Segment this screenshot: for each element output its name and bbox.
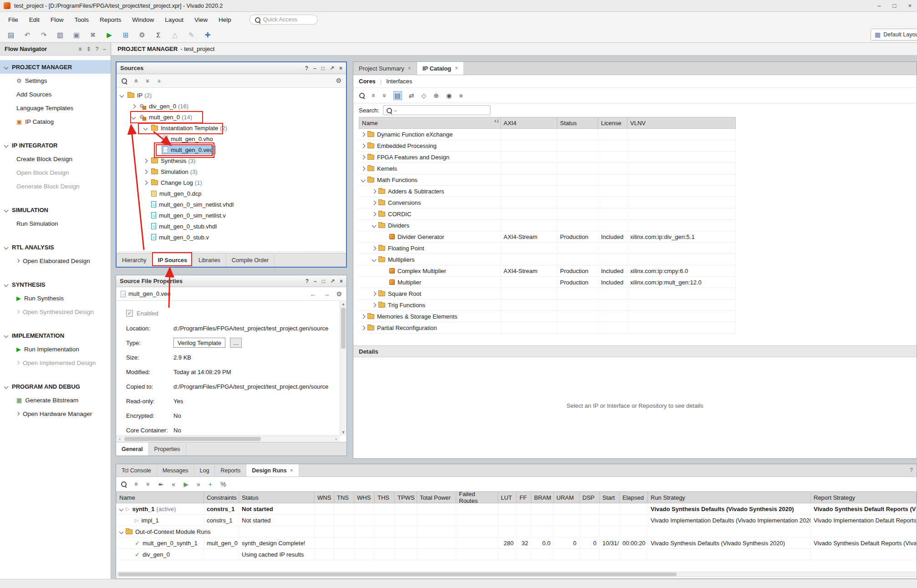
chevron-right-icon[interactable] (16, 310, 20, 314)
add-repository-icon[interactable]: ⊕ (433, 92, 439, 99)
column-header-license[interactable]: License (598, 117, 627, 129)
maximize-icon[interactable]: ↗ (330, 65, 334, 71)
flownav-item-settings[interactable]: ⚙Settings (0, 74, 111, 87)
chevron-right-icon[interactable] (372, 246, 377, 250)
probe-icon[interactable]: ✚ (201, 29, 214, 41)
run-row-div-gen-0[interactable]: ✓div_gen_0Using cached IP results (116, 549, 917, 560)
catalog-row-kernels[interactable]: Kernels (359, 163, 736, 174)
flownav-section-implementation[interactable]: IMPLEMENTATION (0, 329, 111, 342)
catalog-row-divider-generator[interactable]: Divider GeneratorAXI4-StreamProductionIn… (359, 231, 736, 243)
bottom-tab-log[interactable]: Log (194, 464, 215, 476)
column-header-failed-routes[interactable]: Failed Routes (456, 492, 498, 503)
chevron-right-icon[interactable] (16, 361, 20, 365)
menu-layout[interactable]: Layout (159, 14, 189, 25)
settings-gear-icon[interactable]: ⚙ (136, 29, 148, 41)
chevron-down-icon[interactable] (361, 177, 366, 182)
column-header-axi4[interactable]: AXI4 (501, 117, 557, 129)
menu-flow[interactable]: Flow (45, 14, 69, 25)
scroll-right-icon[interactable]: › (332, 436, 340, 442)
column-header-uram[interactable]: URAM (554, 492, 580, 503)
catalog-row-math-functions[interactable]: Math Functions (359, 174, 736, 186)
chevron-right-icon[interactable] (361, 314, 366, 319)
sources-tab-libraries[interactable]: Libraries (193, 253, 226, 267)
catalog-row-complex-multiplier[interactable]: Complex MultiplierAXI4-StreamProductionI… (359, 265, 736, 277)
float-icon[interactable]: □ (322, 278, 325, 284)
collapse-all-icon[interactable]: « (133, 79, 140, 83)
catalog-row-memories-storage-elements[interactable]: Memories & Storage Elements (359, 311, 736, 322)
chevron-down-icon[interactable] (4, 333, 9, 338)
create-runs-icon[interactable]: + (209, 481, 212, 487)
layout-selector-button[interactable]: ▦ Default Layou (871, 29, 917, 41)
column-header-ths[interactable]: THS (375, 492, 395, 503)
stop-icon[interactable]: ■ (459, 92, 463, 99)
chevron-down-icon[interactable] (4, 65, 9, 69)
run-row-out-of-context-module-runs[interactable]: Out-of-Context Module Runs (116, 526, 917, 537)
flownav-section-ip-integrator[interactable]: IP INTEGRATOR (0, 138, 111, 152)
redo-icon[interactable]: ↷ (37, 29, 50, 41)
chevron-right-icon[interactable] (361, 155, 366, 159)
maximize-icon[interactable]: ↗ (330, 278, 335, 284)
report-icon[interactable]: ▥ (54, 29, 66, 41)
close-button[interactable]: × (908, 2, 912, 9)
type-combo[interactable]: Verilog Template (173, 338, 225, 348)
forward-icon[interactable]: → (323, 290, 330, 297)
quick-access-search[interactable]: Quick Access (250, 15, 318, 25)
column-header-name[interactable]: Name∧1 (359, 117, 501, 129)
sources-tab-compile-order[interactable]: Compile Order (226, 253, 275, 267)
settings-gear-icon[interactable]: ⚙ (336, 77, 341, 84)
catalog-row-floating-point[interactable]: Floating Point (359, 243, 736, 254)
menu-file[interactable]: File (3, 14, 24, 25)
copy-icon[interactable]: ▣ (70, 29, 83, 41)
column-header-status[interactable]: Status (239, 492, 315, 503)
expand-all-icon[interactable]: » (382, 94, 388, 97)
chevron-down-icon[interactable] (132, 115, 136, 119)
column-header-report-strategy[interactable]: Report Strategy (811, 492, 917, 503)
flownav-item-open-elaborated-design[interactable]: Open Elaborated Design (0, 254, 111, 268)
catalog-row-dividers[interactable]: Dividers (359, 220, 736, 231)
chevron-right-icon[interactable] (132, 104, 136, 108)
edit-icon[interactable]: ✎ (185, 29, 198, 41)
view-tab-cores[interactable]: Cores (359, 78, 376, 85)
chevron-right-icon[interactable] (16, 412, 20, 416)
minimize-icon[interactable]: – (103, 46, 106, 52)
flownav-item-run-synthesis[interactable]: ▶Run Synthesis (0, 291, 111, 305)
catalog-row-multipliers[interactable]: Multipliers (359, 254, 736, 265)
collapse-all-icon[interactable]: « (371, 94, 377, 97)
sources-tree-row-change-log[interactable]: Change Log(1) (117, 177, 346, 188)
properties-tab-properties[interactable]: Properties (149, 442, 186, 456)
scroll-up-icon[interactable]: ▲ (340, 301, 346, 307)
minimize-icon[interactable]: – (313, 65, 316, 71)
flownav-item-language-templates[interactable]: Language Templates (0, 101, 111, 115)
column-header-wns[interactable]: WNS (315, 492, 334, 503)
delete-icon[interactable]: ✖ (87, 29, 99, 41)
menu-view[interactable]: View (189, 14, 213, 25)
flownav-section-program-and-debug[interactable]: PROGRAM AND DEBUG (0, 380, 111, 393)
enabled-checkbox[interactable]: ✓ (126, 310, 133, 317)
catalog-row-dynamic-function-exchange[interactable]: Dynamic Function eXchange (359, 129, 736, 140)
sources-tab-ip-sources[interactable]: IP Sources (153, 253, 193, 267)
close-icon[interactable]: × (340, 278, 343, 284)
bottom-tab-tcl-console[interactable]: Tcl Console (116, 464, 157, 476)
close-icon[interactable]: × (339, 65, 342, 71)
sources-tree-row-mult-gen-0-veo[interactable]: mult_gen_0.veo (117, 144, 346, 155)
chevron-down-icon[interactable] (372, 257, 377, 262)
flownav-section-simulation[interactable]: SIMULATION (0, 203, 111, 217)
flownav-section-synthesis[interactable]: SYNTHESIS (0, 278, 111, 291)
column-header-whs[interactable]: WHS (354, 492, 375, 503)
column-header-total-power[interactable]: Total Power (417, 492, 456, 503)
flownav-section-rtl-analysis[interactable]: RTL ANALYSIS (0, 240, 111, 254)
maximize-button[interactable]: □ (893, 2, 897, 9)
settings-gear-icon[interactable]: ⚙ (336, 291, 342, 297)
scroll-down-icon[interactable]: ▼ (340, 430, 346, 436)
catalog-row-trig-functions[interactable]: Trig Functions (359, 299, 736, 311)
column-header-bram[interactable]: BRAM (531, 492, 554, 503)
help-icon[interactable]: ? (910, 467, 913, 473)
flownav-item-ip-catalog[interactable]: ▣IP Catalog (0, 115, 111, 128)
sources-tree-row-synthesis[interactable]: Synthesis(3) (117, 155, 346, 166)
flownav-section-project-manager[interactable]: PROJECT MANAGER (0, 60, 111, 74)
expand-collapse-icon[interactable]: ⇕ (87, 46, 91, 52)
sources-tree-row-ip[interactable]: IP(2) (117, 90, 346, 101)
menu-help[interactable]: Help (213, 14, 237, 25)
scrollbar-thumb[interactable] (118, 573, 677, 576)
sources-tree-row-mult-gen-0-dcp[interactable]: mult_gen_0.dcp (117, 188, 346, 199)
